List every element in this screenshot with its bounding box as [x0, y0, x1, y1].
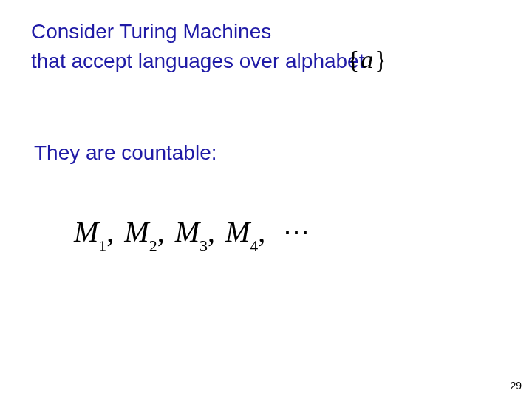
comma-4: ,: [258, 215, 268, 248]
ellipsis-icon: ⋯: [276, 217, 310, 248]
heading-line-1: Consider Turing Machines: [31, 19, 271, 44]
alphabet-set: {a}: [347, 46, 387, 74]
machine-list: M1, M2, M3, M4, ⋯: [74, 214, 310, 253]
slide: Consider Turing Machines that accept lan…: [0, 0, 532, 399]
machine-m1: M1: [74, 215, 106, 248]
comma-3: ,: [208, 215, 218, 248]
comma-1: ,: [106, 215, 117, 248]
brace-open: {: [347, 46, 359, 73]
page-number: 29: [510, 380, 522, 392]
machine-m2: M2: [124, 215, 157, 248]
machine-m4: M4: [225, 215, 258, 248]
heading-line-2: that accept languages over alphabet: [31, 49, 364, 74]
machine-m3: M3: [175, 215, 208, 248]
countable-statement: They are countable:: [34, 140, 217, 166]
brace-close: }: [375, 46, 386, 73]
alphabet-symbol: a: [359, 46, 375, 73]
comma-2: ,: [157, 215, 168, 248]
